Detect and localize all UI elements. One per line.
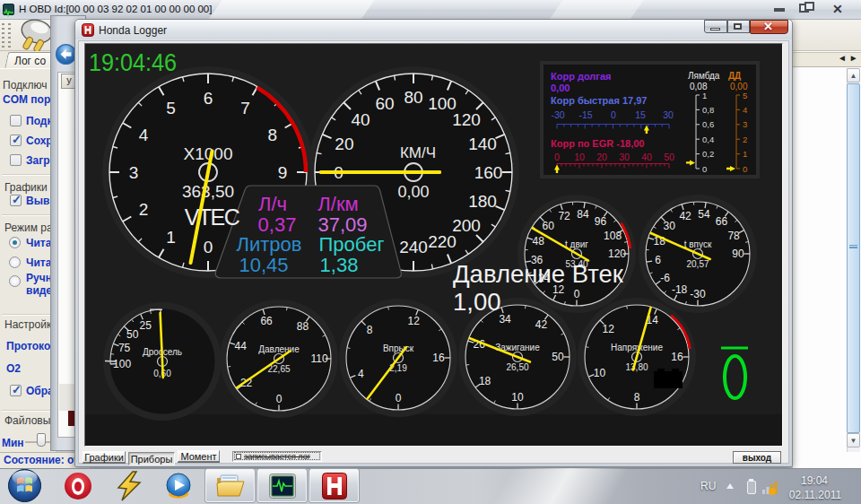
svg-text:84: 84 — [577, 208, 589, 221]
svg-text:30: 30 — [663, 109, 674, 120]
svg-text:0: 0 — [396, 392, 402, 404]
svg-text:30: 30 — [619, 152, 630, 162]
svg-text:48: 48 — [533, 235, 545, 248]
svg-text:2: 2 — [743, 135, 747, 144]
svg-text:6: 6 — [655, 254, 661, 266]
svg-text:1,00: 1,00 — [453, 288, 501, 316]
svg-text:6: 6 — [204, 89, 213, 108]
svg-text:88: 88 — [297, 320, 309, 333]
svg-text:80: 80 — [404, 88, 422, 107]
svg-text:3: 3 — [743, 119, 747, 129]
svg-text:1: 1 — [166, 228, 176, 247]
svg-text:160: 160 — [474, 163, 503, 182]
svg-text:0,2: 0,2 — [702, 149, 714, 159]
svg-text:0,00: 0,00 — [551, 83, 570, 93]
svg-text:180: 180 — [468, 192, 497, 211]
svg-text:0: 0 — [611, 109, 616, 120]
svg-text:0: 0 — [276, 393, 283, 405]
svg-text:0: 0 — [574, 288, 580, 300]
svg-text:Л/км: Л/км — [317, 193, 358, 215]
svg-text:44: 44 — [235, 340, 248, 352]
svg-text:7: 7 — [240, 99, 250, 117]
svg-text:3: 3 — [129, 163, 139, 182]
svg-text:75: 75 — [118, 342, 131, 354]
svg-text:0: 0 — [702, 164, 707, 174]
svg-text:140: 140 — [468, 135, 497, 153]
svg-text:Л/ч: Л/ч — [258, 193, 287, 215]
svg-text:-18: -18 — [672, 283, 688, 296]
svg-text:110: 110 — [310, 352, 327, 365]
svg-text:4: 4 — [139, 126, 149, 144]
svg-text:2: 2 — [139, 200, 149, 219]
svg-text:0,4: 0,4 — [702, 135, 714, 144]
svg-text:20: 20 — [335, 135, 353, 153]
svg-text:120: 120 — [452, 110, 481, 129]
svg-text:1: 1 — [743, 149, 747, 159]
svg-text:18: 18 — [479, 375, 491, 387]
svg-text:50: 50 — [664, 152, 674, 162]
svg-text:5: 5 — [166, 99, 176, 117]
svg-text:0,8: 0,8 — [702, 105, 714, 115]
svg-text:16: 16 — [432, 352, 445, 364]
svg-text:0: 0 — [554, 152, 560, 162]
svg-text:60: 60 — [543, 220, 555, 232]
svg-text:8: 8 — [634, 391, 640, 404]
svg-text:КМ/Ч: КМ/Ч — [400, 144, 436, 161]
svg-text:240: 240 — [399, 238, 428, 256]
svg-text:78: 78 — [727, 230, 740, 242]
svg-text:-30: -30 — [551, 109, 564, 120]
svg-text:10: 10 — [594, 367, 606, 379]
svg-text:120: 120 — [608, 248, 626, 260]
svg-text:66: 66 — [260, 315, 273, 327]
svg-text:30: 30 — [664, 220, 676, 232]
svg-text:4: 4 — [743, 105, 747, 115]
svg-text:Давление Втек: Давление Втек — [453, 260, 624, 288]
svg-text:200: 200 — [452, 216, 481, 235]
svg-text:8: 8 — [268, 126, 278, 144]
svg-text:40: 40 — [641, 152, 652, 162]
svg-text:0,6: 0,6 — [702, 119, 714, 129]
svg-text:12: 12 — [603, 323, 615, 335]
svg-text:60: 60 — [375, 94, 394, 113]
svg-text:16: 16 — [671, 351, 683, 363]
svg-text:50: 50 — [126, 328, 139, 341]
svg-text:VTEC: VTEC — [185, 204, 240, 230]
svg-text:108: 108 — [604, 230, 622, 242]
svg-text:90: 90 — [732, 248, 744, 260]
svg-text:4: 4 — [358, 368, 364, 380]
svg-text:66: 66 — [716, 215, 728, 228]
svg-text:Корр по EGR -18,00: Корр по EGR -18,00 — [551, 138, 644, 149]
svg-text:20,57: 20,57 — [686, 259, 709, 269]
svg-text:15: 15 — [635, 109, 646, 120]
svg-text:-15: -15 — [578, 109, 592, 120]
svg-text:100: 100 — [113, 358, 131, 370]
svg-text:19:04:46: 19:04:46 — [89, 48, 177, 77]
svg-text:20: 20 — [596, 152, 607, 162]
svg-text:5: 5 — [743, 91, 747, 100]
svg-text:10: 10 — [511, 391, 524, 404]
svg-text:26,50: 26,50 — [506, 362, 528, 372]
svg-text:50: 50 — [552, 351, 564, 363]
svg-text:25: 25 — [140, 319, 152, 332]
svg-text:Литров: Литров — [237, 233, 302, 256]
svg-text:22,65: 22,65 — [267, 364, 290, 374]
svg-text:13,80: 13,80 — [625, 362, 648, 372]
svg-text:363,50: 363,50 — [182, 182, 234, 201]
svg-text:t впуск: t впуск — [684, 239, 712, 249]
svg-text:0: 0 — [743, 164, 747, 174]
svg-text:96: 96 — [595, 215, 607, 228]
svg-text:Напряжение: Напряжение — [611, 343, 663, 352]
svg-text:9: 9 — [278, 163, 288, 182]
svg-text:10: 10 — [574, 152, 585, 162]
svg-text:Корр быстрая 17,97: Корр быстрая 17,97 — [551, 95, 647, 106]
svg-text:0,00: 0,00 — [397, 183, 429, 201]
svg-text:0: 0 — [204, 238, 213, 256]
svg-text:Впрыск: Впрыск — [383, 343, 414, 353]
svg-text:12: 12 — [408, 315, 421, 327]
svg-text:42: 42 — [535, 318, 548, 331]
svg-text:1,38: 1,38 — [320, 254, 359, 276]
svg-text:10,45: 10,45 — [239, 254, 288, 276]
svg-text:40: 40 — [351, 110, 370, 129]
svg-text:54: 54 — [698, 208, 710, 221]
svg-text:X1000: X1000 — [184, 144, 233, 163]
